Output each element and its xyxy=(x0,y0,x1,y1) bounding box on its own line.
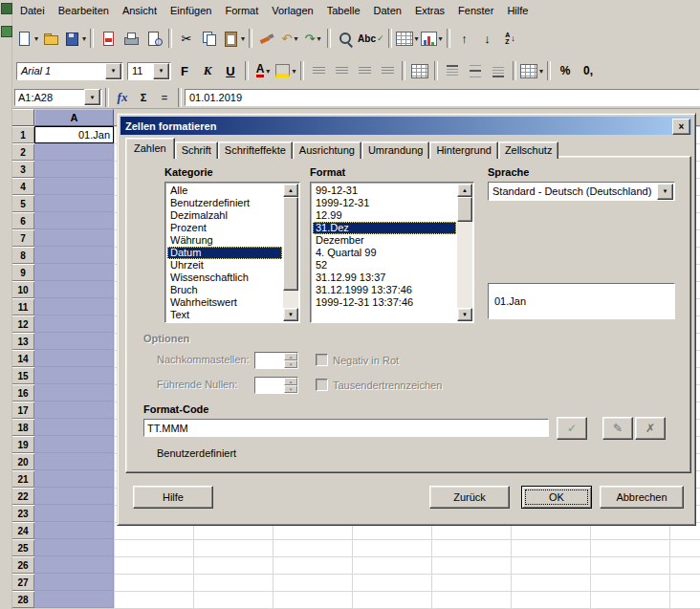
row-header[interactable]: 2 xyxy=(11,143,34,161)
tab-zahlen[interactable]: Zahlen xyxy=(125,138,175,159)
chevron-down-icon[interactable]: ▾ xyxy=(657,184,673,200)
row-header[interactable]: 10 xyxy=(11,281,34,298)
selected-cell[interactable] xyxy=(34,247,114,264)
list-item[interactable]: Text xyxy=(167,309,282,320)
row-header[interactable]: 12 xyxy=(11,315,34,333)
selected-cell[interactable] xyxy=(34,539,114,556)
list-item[interactable]: Benutzerdefiniert xyxy=(167,197,282,209)
chevron-down-icon[interactable]: ▾ xyxy=(294,34,297,43)
chevron-down-icon[interactable]: ▾ xyxy=(34,34,38,43)
menu-datei[interactable]: Datei xyxy=(13,2,52,19)
selected-cell[interactable] xyxy=(34,522,114,539)
list-item[interactable]: Alle xyxy=(167,185,282,197)
row-header[interactable]: 16 xyxy=(11,384,34,402)
row-header[interactable]: 13 xyxy=(11,333,34,350)
format-scrollbar[interactable]: ▲ ▼ xyxy=(457,184,472,321)
list-item[interactable]: 31.12.1999 13:37:46 xyxy=(313,284,456,296)
row-header[interactable]: 22 xyxy=(11,488,34,505)
chevron-down-icon[interactable]: ▾ xyxy=(82,34,86,43)
chevron-down-icon[interactable]: ▾ xyxy=(105,63,121,79)
row-header[interactable]: 8 xyxy=(11,247,34,264)
row-header[interactable]: 27 xyxy=(11,574,34,591)
menu-einf-gen[interactable]: Einfügen xyxy=(164,2,218,19)
print-preview-icon[interactable] xyxy=(143,28,164,49)
menu-format[interactable]: Format xyxy=(218,2,265,19)
align-left-icon[interactable] xyxy=(308,60,329,81)
list-item[interactable]: Wissenschaftlich xyxy=(167,272,282,284)
number-format-icon[interactable]: 0, xyxy=(578,60,599,81)
insert-table-icon[interactable]: ▾ xyxy=(396,28,419,49)
dialog-titlebar[interactable]: Zellen formatieren × xyxy=(120,117,692,135)
row-header[interactable]: 7 xyxy=(11,229,34,247)
sum-button[interactable]: Σ xyxy=(134,89,153,106)
tab-zellschutz[interactable]: Zellschutz xyxy=(498,141,559,159)
list-item[interactable]: Währung xyxy=(167,234,282,247)
row-header[interactable]: 3 xyxy=(11,161,34,178)
back-button[interactable]: Zurück xyxy=(429,486,510,509)
cancel-button[interactable]: Abbrechen xyxy=(600,486,684,509)
new-document-icon[interactable]: ▾ xyxy=(15,28,38,49)
row-header[interactable]: 5 xyxy=(11,195,34,212)
tab-schrifteffekte[interactable]: Schrifteffekte xyxy=(218,141,293,159)
list-item[interactable]: 4. Quartal 99 xyxy=(313,247,456,259)
list-item[interactable]: 99-12-31 xyxy=(313,185,456,197)
scrollbar-thumb[interactable] xyxy=(283,197,298,291)
chevron-down-icon[interactable]: ▾ xyxy=(266,67,270,76)
selected-cell[interactable] xyxy=(34,264,114,281)
scroll-up-icon[interactable]: ▲ xyxy=(457,184,472,197)
name-box[interactable]: A1:A28 ▾ xyxy=(14,89,102,106)
help-button[interactable]: Hilfe xyxy=(133,486,213,509)
open-icon[interactable] xyxy=(40,28,61,49)
align-center-icon[interactable] xyxy=(331,60,352,81)
menu-extras[interactable]: Extras xyxy=(408,2,451,19)
selected-cell[interactable] xyxy=(34,419,114,436)
row-header[interactable]: 4 xyxy=(11,178,34,195)
left-toolbar-icon[interactable] xyxy=(1,26,12,37)
list-item[interactable]: 12.99 xyxy=(313,209,456,222)
copy-icon[interactable] xyxy=(199,28,220,49)
list-item[interactable]: Bruch xyxy=(167,284,282,296)
close-icon[interactable]: × xyxy=(672,119,690,135)
menu-hilfe[interactable]: Hilfe xyxy=(500,2,535,19)
list-item[interactable]: 1999-12-31 xyxy=(313,197,456,209)
borders-icon[interactable]: ▾ xyxy=(520,60,543,81)
active-cell[interactable]: 01.Jan xyxy=(34,126,114,143)
format-code-input[interactable]: TT.MMM xyxy=(143,419,549,437)
selected-cell[interactable] xyxy=(34,212,114,229)
highlight-color-button[interactable]: ▾ xyxy=(275,60,296,81)
row-header[interactable]: 9 xyxy=(11,264,34,281)
row-header[interactable]: 15 xyxy=(11,367,34,384)
chevron-down-icon[interactable]: ▾ xyxy=(317,34,320,43)
language-select[interactable]: Standard - Deutsch (Deutschland) ▾ xyxy=(488,182,675,201)
selected-cell[interactable] xyxy=(34,229,114,247)
format-list[interactable]: 99-12-311999-12-3112.9931.DezDezember4. … xyxy=(310,182,474,323)
font-color-button[interactable]: A ▾ xyxy=(252,60,273,81)
selected-cell[interactable] xyxy=(34,384,114,402)
selected-cell[interactable] xyxy=(34,488,114,505)
bold-button[interactable]: F xyxy=(174,60,195,81)
chevron-down-icon[interactable]: ▾ xyxy=(439,34,443,43)
menu-daten[interactable]: Daten xyxy=(367,2,408,19)
align-justify-icon[interactable] xyxy=(377,60,398,81)
list-item[interactable]: Dezimalzahl xyxy=(167,209,282,222)
selected-cell[interactable] xyxy=(34,574,114,591)
row-header[interactable]: 28 xyxy=(11,591,34,608)
menu-bearbeiten[interactable]: Bearbeiten xyxy=(52,2,116,19)
font-name-select[interactable]: Arial 1 ▾ xyxy=(16,62,123,80)
category-scrollbar[interactable]: ▲ ▼ xyxy=(283,184,298,321)
font-size-select[interactable]: 11 ▾ xyxy=(127,62,171,80)
cut-icon[interactable]: ✂ xyxy=(176,28,197,49)
selected-cell[interactable] xyxy=(34,178,114,195)
italic-button[interactable]: K xyxy=(197,60,218,81)
selected-cell[interactable] xyxy=(34,436,114,453)
scroll-up-icon[interactable]: ▲ xyxy=(283,184,298,197)
menu-fenster[interactable]: Fenster xyxy=(451,2,500,19)
export-pdf-icon[interactable] xyxy=(98,28,119,49)
selected-cell[interactable] xyxy=(34,453,114,470)
chevron-down-icon[interactable]: ▾ xyxy=(292,67,295,76)
menu-vorlagen[interactable]: Vorlagen xyxy=(265,2,319,19)
menu-tabelle[interactable]: Tabelle xyxy=(320,2,367,19)
chevron-down-icon[interactable]: ▾ xyxy=(539,67,543,76)
tab-hintergrund[interactable]: Hintergrund xyxy=(429,141,497,159)
center-vertically-icon[interactable] xyxy=(465,60,486,81)
